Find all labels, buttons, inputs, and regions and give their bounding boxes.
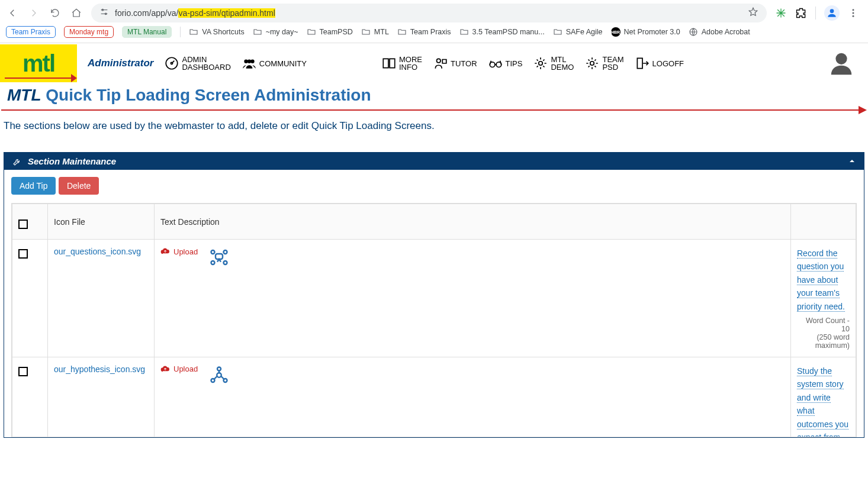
icon-file-link[interactable]: our_questions_icon.svg: [54, 247, 141, 256]
col-icon-file: Icon File: [48, 204, 155, 240]
logoff-icon: [635, 56, 650, 71]
separator: [815, 7, 816, 20]
collapse-icon[interactable]: [848, 156, 856, 166]
panel-title: Section Maintenance: [28, 156, 116, 166]
panel-header[interactable]: Section Maintenance: [4, 153, 864, 170]
bookmark-folder[interactable]: Team Praxis: [397, 27, 451, 37]
svg-point-17: [835, 53, 847, 64]
gear-icon: [533, 56, 548, 71]
bookmark-badge[interactable]: Team Praxis: [6, 26, 56, 38]
bookmark-item[interactable]: Adobe Acrobat: [689, 27, 750, 37]
svg-point-20: [211, 261, 215, 264]
tip-text-link[interactable]: Study the system story and write what ou…: [797, 366, 848, 437]
user-avatar-icon[interactable]: [827, 49, 856, 78]
bookmark-folder[interactable]: 3.5 TeamPSD manu...: [459, 27, 545, 37]
bookmark-star-icon[interactable]: [748, 7, 758, 20]
row-checkbox[interactable]: [18, 249, 28, 259]
icon-file-link[interactable]: our_hypothesis_icon.svg: [54, 364, 145, 374]
select-all-checkbox[interactable]: [18, 220, 28, 229]
svg-point-4: [853, 12, 854, 14]
community-icon: [242, 56, 257, 71]
title-divider: [1, 106, 867, 114]
reload-button[interactable]: [49, 7, 62, 20]
wrench-icon: [12, 157, 22, 166]
bookmark-folder[interactable]: ~my day~: [253, 27, 298, 37]
page-title: MTL Quick Tip Loading Screen Administrat…: [0, 83, 868, 106]
mtl-logo[interactable]: mtl: [0, 44, 77, 82]
table-row: our_hypothesis_icon.svg Upload: [12, 357, 856, 437]
forward-button[interactable]: [27, 7, 40, 20]
back-button[interactable]: [6, 7, 19, 20]
url-text: forio.com/app/va/va-psd-sim/qtipadmin.ht…: [115, 8, 275, 18]
bookmark-folder[interactable]: VA Shortcuts: [189, 27, 244, 37]
svg-point-21: [224, 261, 227, 264]
nav-tips[interactable]: TIPS: [488, 56, 523, 71]
svg-point-3: [853, 9, 854, 11]
cloud-upload-icon: [160, 247, 170, 256]
tips-table[interactable]: Icon File Text Description our_questions…: [11, 203, 857, 437]
delete-button[interactable]: Delete: [59, 177, 99, 195]
home-button[interactable]: [70, 7, 83, 20]
nav-tutor[interactable]: TUTOR: [433, 56, 477, 71]
questions-tip-icon: [208, 247, 230, 268]
url-prefix: forio.com/app/va/: [115, 8, 178, 18]
svg-point-5: [853, 15, 854, 17]
cloud-upload-icon: [160, 364, 170, 374]
hypothesis-tip-icon: [208, 364, 230, 386]
bookmark-folder[interactable]: TeamPSD: [307, 27, 353, 37]
col-tip-text: [791, 204, 856, 240]
tip-text-link[interactable]: Record the question you have about your …: [797, 248, 845, 312]
nav-mtl-demo[interactable]: MTLDEMO: [533, 56, 574, 71]
kebab-menu-icon[interactable]: [848, 8, 859, 18]
extension-asterisk-icon[interactable]: [775, 7, 787, 19]
bookmark-badge[interactable]: MTL Manual: [122, 26, 172, 38]
nav-more-info[interactable]: MOREINFO: [381, 56, 422, 71]
svg-point-18: [211, 250, 215, 254]
page-subtitle: The sections below are used by the webma…: [0, 120, 868, 152]
nav-logoff[interactable]: LOGOFF: [635, 56, 684, 71]
svg-point-11: [247, 60, 252, 64]
row-checkbox[interactable]: [18, 367, 28, 376]
svg-point-2: [830, 9, 834, 13]
glasses-icon: [488, 56, 503, 71]
nav-admin-dashboard[interactable]: ADMINDASHBOARD: [164, 56, 230, 71]
tutor-icon: [433, 56, 448, 71]
col-text-desc: Text Description: [155, 204, 791, 240]
profile-avatar-icon[interactable]: [824, 5, 840, 21]
url-highlighted: va-psd-sim/qtipadmin.html: [178, 8, 275, 18]
role-label: Administrator: [88, 57, 153, 69]
select-all-header: [12, 204, 48, 240]
url-bar[interactable]: forio.com/app/va/va-psd-sim/qtipadmin.ht…: [91, 4, 767, 22]
svg-point-23: [217, 367, 221, 370]
svg-point-15: [539, 62, 543, 66]
svg-point-16: [590, 62, 594, 66]
upload-button[interactable]: Upload: [160, 247, 198, 256]
word-count: Word Count - 10 (250 word maximum): [797, 317, 850, 350]
svg-point-19: [224, 250, 227, 254]
add-tip-button[interactable]: Add Tip: [11, 177, 56, 195]
site-info-icon[interactable]: [99, 7, 109, 19]
separator: [180, 27, 181, 37]
table-row: our_questions_icon.svg Upload: [12, 240, 856, 357]
book-icon: [381, 56, 397, 71]
browser-toolbar: forio.com/app/va/va-psd-sim/qtipadmin.ht…: [0, 0, 868, 24]
app-nav: mtl Administrator ADMINDASHBOARD COMMUNI…: [0, 43, 868, 83]
gear-icon: [584, 56, 600, 71]
extensions-icon[interactable]: [795, 7, 807, 19]
bookmark-folder[interactable]: SAFe Agile: [553, 27, 603, 37]
bookmark-folder[interactable]: MTL: [361, 27, 389, 37]
section-maintenance-panel: Section Maintenance Add Tip Delete Icon …: [4, 152, 864, 438]
svg-point-12: [437, 59, 441, 63]
nav-community[interactable]: COMMUNITY: [242, 56, 307, 71]
bookmark-item[interactable]: HBRNet Promoter 3.0: [611, 27, 680, 37]
bookmark-badge[interactable]: Monday mtg: [64, 26, 114, 38]
gauge-icon: [164, 56, 179, 71]
nav-team-psd[interactable]: TEAMPSD: [584, 56, 623, 71]
upload-button[interactable]: Upload: [160, 364, 198, 374]
bookmark-bar: Team Praxis Monday mtg MTL Manual VA Sho…: [0, 24, 868, 43]
